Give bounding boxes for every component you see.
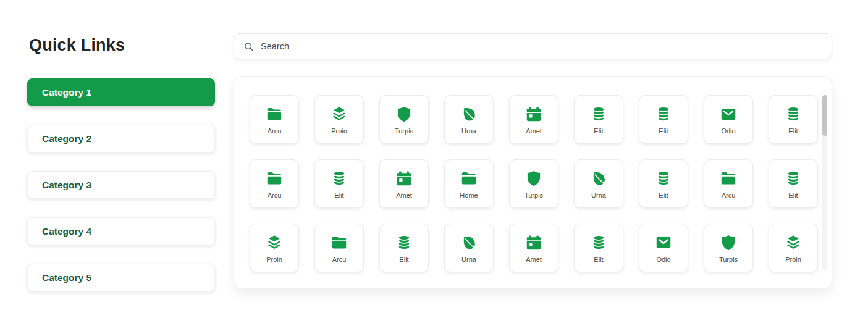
- sidebar-item-category-4[interactable]: Category 4: [27, 217, 215, 245]
- layers-icon: [784, 233, 803, 252]
- shield-icon: [525, 169, 543, 188]
- tile-label: Amet: [526, 128, 542, 135]
- database-icon: [589, 105, 608, 124]
- category-list: Category 1 Category 2 Category 3 Categor…: [27, 78, 215, 310]
- link-tile[interactable]: Amet: [379, 159, 429, 208]
- database-icon: [784, 105, 803, 124]
- tile-label: Proin: [331, 128, 347, 135]
- sidebar-item-category-2[interactable]: Category 2: [27, 125, 215, 153]
- category-label: Category 2: [42, 133, 91, 144]
- tile-label: Amet: [526, 256, 542, 263]
- link-tile[interactable]: Amet: [509, 95, 558, 144]
- link-tile[interactable]: Elit: [769, 159, 818, 208]
- link-tile[interactable]: Turpis: [379, 95, 429, 144]
- shield-icon: [719, 233, 738, 252]
- database-icon: [654, 169, 673, 188]
- database-icon: [395, 233, 413, 252]
- tile-label: Elit: [788, 192, 798, 199]
- link-tile[interactable]: Urna: [444, 95, 494, 144]
- link-tile[interactable]: Elit: [639, 95, 688, 144]
- category-label: Category 4: [42, 226, 91, 237]
- tile-label: Urna: [461, 128, 476, 135]
- link-tile[interactable]: Urna: [574, 159, 623, 208]
- link-tile[interactable]: Odio: [704, 95, 753, 144]
- leaf-icon: [460, 105, 478, 124]
- database-icon: [330, 169, 348, 188]
- tile-label: Elit: [659, 192, 668, 199]
- leaf-icon: [460, 233, 478, 252]
- link-tile[interactable]: Proin: [250, 224, 299, 272]
- link-tile[interactable]: Amet: [509, 224, 558, 272]
- tile-label: Elit: [594, 256, 603, 263]
- database-icon: [589, 233, 608, 252]
- main-content: Arcu Proin Turpis Urna Amet Elit: [234, 33, 832, 289]
- tile-label: Turpis: [719, 256, 738, 263]
- link-tile[interactable]: Elit: [574, 95, 623, 144]
- calendar-icon: [395, 169, 413, 188]
- link-tile[interactable]: Proin: [769, 224, 818, 272]
- search-bar[interactable]: [234, 33, 832, 59]
- sidebar-item-category-3[interactable]: Category 3: [27, 171, 215, 199]
- tile-label: Turpis: [395, 128, 413, 135]
- link-tile[interactable]: Arcu: [250, 95, 299, 144]
- folder-icon: [265, 169, 284, 188]
- tile-label: Elit: [399, 256, 408, 263]
- sidebar-item-category-1[interactable]: Category 1: [27, 78, 215, 106]
- link-tile[interactable]: Elit: [639, 159, 688, 208]
- tile-label: Urna: [461, 256, 476, 263]
- tile-label: Turpis: [525, 192, 543, 199]
- link-tile[interactable]: Proin: [314, 95, 364, 144]
- layers-icon: [330, 105, 348, 124]
- link-tile[interactable]: Urna: [444, 224, 494, 272]
- layers-icon: [265, 233, 284, 252]
- category-label: Category 3: [42, 180, 91, 190]
- tile-label: Elit: [594, 128, 603, 135]
- link-tile[interactable]: Turpis: [509, 159, 558, 208]
- tile-label: Proin: [266, 256, 282, 263]
- link-tile[interactable]: Arcu: [250, 159, 299, 208]
- link-tile[interactable]: Elit: [379, 224, 429, 272]
- links-panel: Arcu Proin Turpis Urna Amet Elit: [234, 76, 832, 289]
- mail-icon: [654, 233, 673, 252]
- tile-label: Proin: [785, 256, 801, 263]
- mail-icon: [719, 105, 738, 124]
- link-tile[interactable]: Arcu: [314, 224, 364, 272]
- link-tile[interactable]: Elit: [769, 95, 818, 144]
- folder-icon: [719, 169, 738, 188]
- search-input[interactable]: [261, 41, 823, 51]
- link-tile[interactable]: Elit: [574, 224, 623, 272]
- link-tile[interactable]: Home: [444, 159, 494, 208]
- tile-label: Odio: [656, 256, 670, 263]
- tile-label: Elit: [659, 128, 668, 135]
- link-tile[interactable]: Turpis: [704, 224, 753, 272]
- sidebar-item-category-5[interactable]: Category 5: [27, 264, 215, 291]
- tile-label: Odio: [721, 128, 735, 135]
- folder-icon: [460, 169, 478, 188]
- database-icon: [654, 105, 673, 124]
- tile-label: Arcu: [332, 256, 347, 263]
- scrollbar-track[interactable]: [822, 95, 827, 270]
- calendar-icon: [525, 233, 543, 252]
- link-tile[interactable]: Arcu: [704, 159, 753, 208]
- link-tile[interactable]: Elit: [314, 159, 364, 208]
- quick-links-page: Quick Links Category 1 Category 2 Catego…: [0, 0, 868, 331]
- category-label: Category 5: [42, 272, 91, 283]
- tile-label: Amet: [396, 192, 412, 199]
- tile-label: Arcu: [268, 128, 282, 135]
- leaf-icon: [589, 169, 608, 188]
- tile-label: Elit: [788, 128, 798, 135]
- page-title: Quick Links: [29, 36, 125, 55]
- tile-label: Home: [460, 192, 478, 199]
- search-icon: [243, 41, 255, 52]
- database-icon: [784, 169, 803, 188]
- scrollbar-thumb[interactable]: [822, 95, 827, 136]
- link-tile[interactable]: Odio: [639, 224, 688, 272]
- calendar-icon: [525, 105, 543, 124]
- folder-icon: [265, 105, 284, 124]
- links-grid: Arcu Proin Turpis Urna Amet Elit: [250, 95, 832, 272]
- folder-icon: [330, 233, 348, 252]
- tile-label: Arcu: [268, 192, 282, 199]
- shield-icon: [395, 105, 413, 124]
- tile-label: Elit: [334, 192, 343, 199]
- category-label: Category 1: [42, 87, 91, 98]
